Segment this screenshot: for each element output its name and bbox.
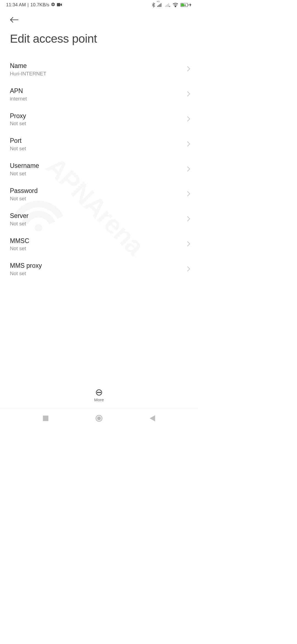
- svg-rect-4: [160, 4, 160, 7]
- circle-icon: [95, 415, 103, 422]
- setting-value: Not set: [10, 170, 184, 177]
- setting-value: Not set: [10, 220, 184, 227]
- setting-value: Huri-INTERNET: [10, 70, 184, 77]
- setting-label: Server: [10, 212, 184, 220]
- svg-text:38: 38: [183, 4, 186, 7]
- setting-label: Username: [10, 162, 184, 170]
- setting-row-mmsc[interactable]: MMSCNot set: [0, 232, 198, 257]
- svg-rect-2: [157, 6, 158, 7]
- setting-value: Not set: [10, 245, 184, 252]
- chevron-right-icon: [187, 66, 190, 73]
- signal-sim2-icon: [165, 3, 170, 7]
- nav-back-button[interactable]: [150, 415, 155, 422]
- more-icon: [96, 389, 102, 396]
- svg-rect-7: [166, 5, 167, 7]
- svg-rect-6: [165, 6, 166, 7]
- square-icon: [43, 416, 48, 421]
- setting-row-username[interactable]: UsernameNot set: [0, 157, 198, 182]
- setting-row-server[interactable]: ServerNot set: [0, 207, 198, 232]
- setting-value: Not set: [10, 270, 184, 277]
- svg-point-10: [175, 6, 176, 7]
- chevron-right-icon: [187, 216, 190, 223]
- chevron-right-icon: [187, 91, 190, 98]
- chevron-right-icon: [187, 266, 190, 273]
- battery-icon: 38: [180, 3, 191, 7]
- status-bar: 11:34 AM | 10.7KB/s 4G 38: [0, 0, 198, 10]
- charging-icon: [189, 3, 191, 7]
- back-button[interactable]: [10, 15, 20, 25]
- svg-rect-13: [188, 4, 189, 6]
- setting-value: Not set: [10, 195, 184, 202]
- setting-label: Name: [10, 62, 184, 70]
- gear-icon: [51, 2, 55, 8]
- chevron-right-icon: [187, 141, 190, 148]
- setting-label: Proxy: [10, 112, 184, 120]
- status-time: 11:34 AM: [6, 2, 26, 8]
- wifi-icon: [173, 3, 178, 7]
- setting-label: Password: [10, 187, 184, 195]
- setting-label: Port: [10, 137, 184, 145]
- svg-point-18: [100, 392, 101, 393]
- bluetooth-icon: [152, 2, 155, 7]
- setting-row-apn[interactable]: APNinternet: [0, 82, 198, 107]
- svg-point-21: [97, 416, 101, 420]
- setting-value: Not set: [10, 120, 184, 127]
- more-button[interactable]: More: [94, 389, 104, 402]
- setting-label: APN: [10, 87, 184, 95]
- status-separator: |: [28, 2, 29, 8]
- setting-label: MMSC: [10, 237, 184, 245]
- setting-value: Not set: [10, 145, 184, 152]
- nav-recent-button[interactable]: [43, 416, 48, 422]
- setting-row-password[interactable]: PasswordNot set: [0, 182, 198, 207]
- arrow-left-icon: [10, 17, 19, 23]
- video-icon: [57, 2, 62, 8]
- page-title: Edit access point: [10, 32, 188, 45]
- setting-row-port[interactable]: PortNot set: [0, 132, 198, 157]
- setting-row-mms-proxy[interactable]: MMS proxyNot set: [0, 257, 198, 282]
- status-net-speed: 10.7KB/s: [30, 2, 49, 8]
- svg-rect-19: [43, 416, 48, 421]
- chevron-right-icon: [187, 191, 190, 198]
- chevron-right-icon: [187, 166, 190, 173]
- nav-home-button[interactable]: [95, 415, 103, 423]
- setting-row-name[interactable]: NameHuri-INTERNET: [0, 57, 198, 82]
- setting-label: MMS proxy: [10, 262, 184, 270]
- settings-list: NameHuri-INTERNETAPNinternetProxyNot set…: [0, 57, 198, 282]
- svg-rect-1: [57, 3, 60, 6]
- svg-rect-8: [167, 4, 168, 7]
- svg-rect-5: [161, 3, 161, 7]
- setting-value: internet: [10, 95, 184, 102]
- chevron-right-icon: [187, 116, 190, 123]
- svg-rect-3: [158, 5, 159, 7]
- triangle-left-icon: [150, 415, 155, 421]
- setting-row-proxy[interactable]: ProxyNot set: [0, 107, 198, 132]
- bottom-action-bar: More: [0, 383, 198, 408]
- chevron-right-icon: [187, 241, 190, 248]
- network-4g: 4G: [157, 3, 163, 7]
- svg-point-17: [99, 392, 100, 393]
- svg-point-16: [97, 392, 98, 393]
- more-label: More: [94, 397, 104, 402]
- system-nav-bar: [0, 408, 198, 429]
